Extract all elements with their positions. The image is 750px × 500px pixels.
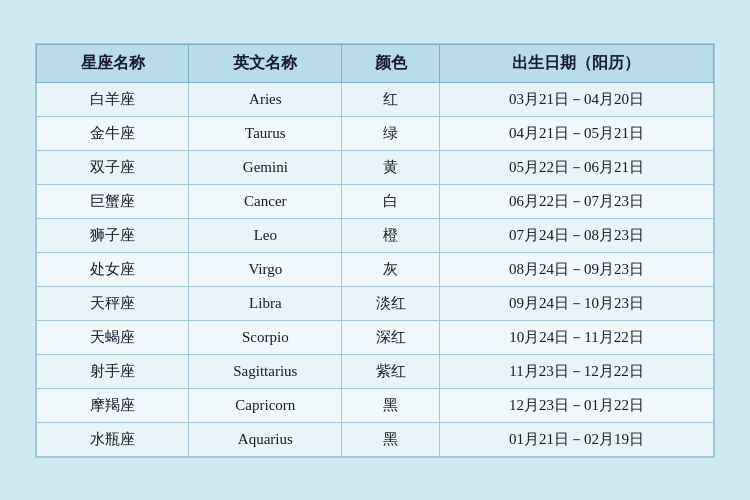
cell-color: 红 (342, 82, 440, 116)
cell-dates: 12月23日－01月22日 (439, 388, 713, 422)
cell-english-name: Aquarius (189, 422, 342, 456)
table-row: 狮子座Leo橙07月24日－08月23日 (37, 218, 714, 252)
header-chinese-name: 星座名称 (37, 44, 189, 82)
cell-english-name: Libra (189, 286, 342, 320)
cell-english-name: Scorpio (189, 320, 342, 354)
cell-english-name: Leo (189, 218, 342, 252)
cell-chinese-name: 金牛座 (37, 116, 189, 150)
cell-dates: 06月22日－07月23日 (439, 184, 713, 218)
cell-dates: 04月21日－05月21日 (439, 116, 713, 150)
table-row: 天秤座Libra淡红09月24日－10月23日 (37, 286, 714, 320)
table-row: 巨蟹座Cancer白06月22日－07月23日 (37, 184, 714, 218)
cell-english-name: Taurus (189, 116, 342, 150)
cell-chinese-name: 水瓶座 (37, 422, 189, 456)
cell-chinese-name: 白羊座 (37, 82, 189, 116)
table-row: 水瓶座Aquarius黑01月21日－02月19日 (37, 422, 714, 456)
cell-english-name: Cancer (189, 184, 342, 218)
cell-dates: 07月24日－08月23日 (439, 218, 713, 252)
cell-dates: 11月23日－12月22日 (439, 354, 713, 388)
header-english-name: 英文名称 (189, 44, 342, 82)
cell-chinese-name: 处女座 (37, 252, 189, 286)
cell-english-name: Aries (189, 82, 342, 116)
cell-dates: 01月21日－02月19日 (439, 422, 713, 456)
cell-color: 黑 (342, 388, 440, 422)
cell-dates: 09月24日－10月23日 (439, 286, 713, 320)
cell-dates: 03月21日－04月20日 (439, 82, 713, 116)
zodiac-table-container: 星座名称 英文名称 颜色 出生日期（阳历） 白羊座Aries红03月21日－04… (35, 43, 715, 458)
cell-color: 黄 (342, 150, 440, 184)
table-row: 双子座Gemini黄05月22日－06月21日 (37, 150, 714, 184)
table-header-row: 星座名称 英文名称 颜色 出生日期（阳历） (37, 44, 714, 82)
table-row: 天蝎座Scorpio深红10月24日－11月22日 (37, 320, 714, 354)
cell-color: 淡红 (342, 286, 440, 320)
table-body: 白羊座Aries红03月21日－04月20日金牛座Taurus绿04月21日－0… (37, 82, 714, 456)
cell-dates: 05月22日－06月21日 (439, 150, 713, 184)
cell-chinese-name: 双子座 (37, 150, 189, 184)
cell-chinese-name: 天蝎座 (37, 320, 189, 354)
cell-color: 绿 (342, 116, 440, 150)
cell-color: 橙 (342, 218, 440, 252)
cell-english-name: Virgo (189, 252, 342, 286)
cell-chinese-name: 摩羯座 (37, 388, 189, 422)
table-row: 处女座Virgo灰08月24日－09月23日 (37, 252, 714, 286)
header-color: 颜色 (342, 44, 440, 82)
cell-english-name: Capricorn (189, 388, 342, 422)
cell-chinese-name: 射手座 (37, 354, 189, 388)
cell-chinese-name: 天秤座 (37, 286, 189, 320)
cell-color: 白 (342, 184, 440, 218)
cell-dates: 08月24日－09月23日 (439, 252, 713, 286)
table-row: 摩羯座Capricorn黑12月23日－01月22日 (37, 388, 714, 422)
cell-color: 黑 (342, 422, 440, 456)
zodiac-table: 星座名称 英文名称 颜色 出生日期（阳历） 白羊座Aries红03月21日－04… (36, 44, 714, 457)
cell-chinese-name: 狮子座 (37, 218, 189, 252)
cell-color: 深红 (342, 320, 440, 354)
cell-chinese-name: 巨蟹座 (37, 184, 189, 218)
cell-english-name: Gemini (189, 150, 342, 184)
header-dates: 出生日期（阳历） (439, 44, 713, 82)
table-row: 射手座Sagittarius紫红11月23日－12月22日 (37, 354, 714, 388)
cell-color: 紫红 (342, 354, 440, 388)
cell-color: 灰 (342, 252, 440, 286)
cell-english-name: Sagittarius (189, 354, 342, 388)
table-row: 白羊座Aries红03月21日－04月20日 (37, 82, 714, 116)
cell-dates: 10月24日－11月22日 (439, 320, 713, 354)
table-row: 金牛座Taurus绿04月21日－05月21日 (37, 116, 714, 150)
